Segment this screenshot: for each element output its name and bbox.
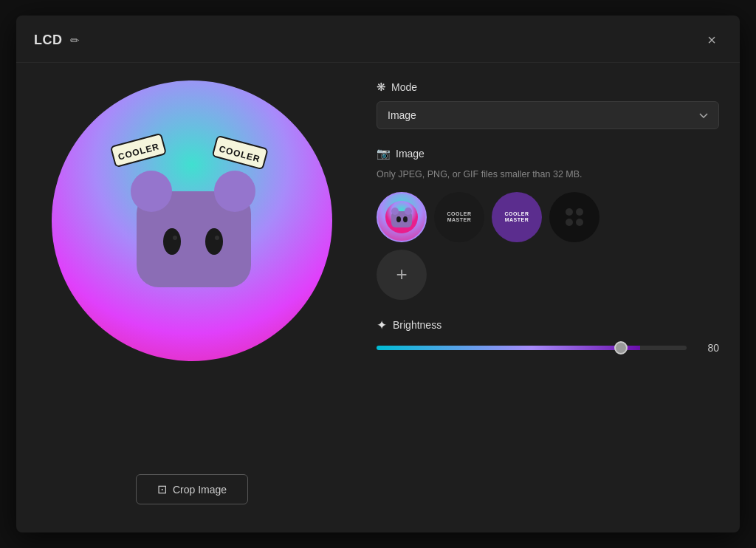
svg-point-14 <box>405 208 412 215</box>
close-button[interactable]: × <box>701 29 722 52</box>
thumbnail-cm-purple[interactable]: COOLER MASTER <box>492 192 542 242</box>
svg-point-9 <box>173 236 177 240</box>
image-hint: Only JPEG, PNG, or GIF files smaller tha… <box>377 168 719 182</box>
title-wrap: LCD ✏ <box>34 32 80 48</box>
svg-point-7 <box>163 228 181 255</box>
thumbnail-cm-dark[interactable]: COOLER MASTER <box>434 192 484 242</box>
preview-section: COOLER COOLER <box>37 81 347 512</box>
lcd-preview-circle: COOLER COOLER <box>52 81 332 361</box>
modal-header: LCD ✏ × <box>16 16 740 63</box>
thumbnail-bear[interactable] <box>377 192 427 242</box>
image-label: 📷 Image <box>377 147 719 160</box>
mode-label: ❋ Mode <box>377 81 719 94</box>
mode-group: ❋ Mode Image GIF Clock Weather System Mo… <box>377 81 719 129</box>
thumb-bear-svg <box>385 201 418 233</box>
crop-image-button[interactable]: ⊡ Crop Image <box>136 474 248 504</box>
thumbnail-dark[interactable] <box>549 192 599 242</box>
lcd-modal: LCD ✏ × COOLER COOLER <box>16 16 740 532</box>
brightness-row: 80 <box>377 342 719 354</box>
modal-title: LCD <box>34 32 63 48</box>
svg-point-8 <box>205 228 223 255</box>
crop-icon: ⊡ <box>157 482 167 496</box>
svg-point-6 <box>214 171 255 212</box>
mode-icon: ❋ <box>377 81 386 94</box>
brightness-group: ✦ Brightness 80 <box>377 318 719 354</box>
camera-icon: 📷 <box>377 147 391 160</box>
image-thumbnails: COOLER MASTER COOLER MASTER <box>377 192 719 242</box>
svg-point-16 <box>403 216 408 222</box>
brightness-label: ✦ Brightness <box>377 318 719 333</box>
cm-dark-logo: COOLER MASTER <box>447 211 472 222</box>
svg-point-5 <box>131 171 172 212</box>
svg-point-15 <box>396 216 401 222</box>
image-group: 📷 Image Only JPEG, PNG, or GIF files sma… <box>377 147 719 300</box>
svg-point-13 <box>391 208 399 215</box>
crop-button-label: Crop Image <box>173 484 227 496</box>
bear-image: COOLER COOLER <box>96 125 288 317</box>
cm-purple-logo: COOLER MASTER <box>505 211 529 222</box>
modal-body: COOLER COOLER <box>16 63 740 532</box>
brightness-slider[interactable] <box>377 346 687 350</box>
edit-icon[interactable]: ✏ <box>70 34 80 47</box>
dark-thumb-dots <box>558 201 591 233</box>
controls-section: ❋ Mode Image GIF Clock Weather System Mo… <box>377 81 719 512</box>
svg-point-10 <box>215 236 219 240</box>
brightness-icon: ✦ <box>377 318 387 333</box>
mode-select[interactable]: Image GIF Clock Weather System Monitor <box>377 101 719 129</box>
brightness-value: 80 <box>697 342 719 354</box>
add-image-button[interactable]: + <box>377 250 427 300</box>
